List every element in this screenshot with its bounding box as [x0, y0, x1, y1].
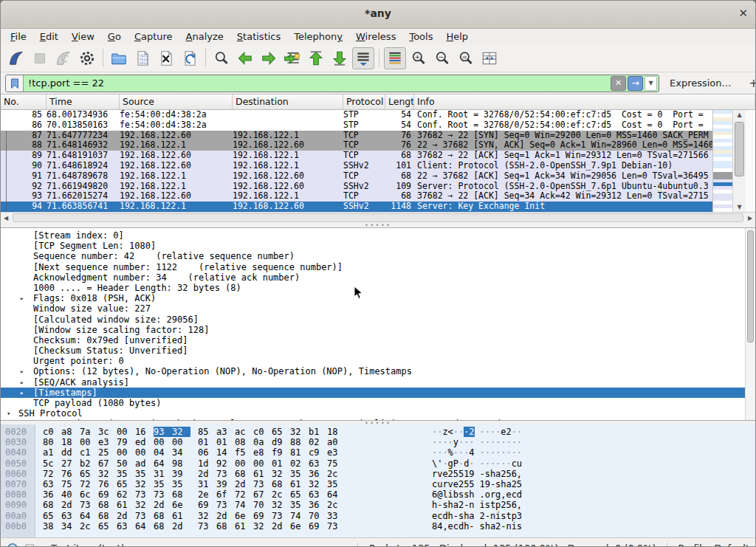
autoscroll-button[interactable]: [352, 47, 374, 69]
zoom-out-button[interactable]: −: [431, 47, 453, 69]
expand-arrow-icon[interactable]: ▸: [20, 419, 24, 421]
detail-line[interactable]: Acknowledgment number: 34 (relative ack …: [1, 272, 755, 283]
scroll-up-icon[interactable]: ▲: [733, 110, 746, 120]
detail-line[interactable]: Urgent pointer: 0: [1, 356, 755, 366]
menu-capture[interactable]: Capture: [128, 30, 179, 43]
zoom-original-button[interactable]: =: [455, 47, 477, 69]
menu-wireless[interactable]: Wireless: [349, 30, 402, 43]
expand-arrow-icon[interactable]: ▸: [20, 293, 24, 303]
go-forward-button[interactable]: [258, 47, 280, 69]
packet-minimap[interactable]: [712, 110, 732, 212]
packet-row[interactable]: 8771.647777234192.168.122.60192.168.122.…: [1, 131, 712, 141]
detail-line[interactable]: Window size value: 227: [1, 303, 755, 314]
go-to-packet-button[interactable]: [281, 47, 303, 69]
packet-row[interactable]: 9471.663856741192.168.122.1192.168.122.6…: [1, 202, 712, 212]
menu-go[interactable]: Go: [101, 30, 128, 43]
expand-arrow-icon[interactable]: ▸: [20, 377, 24, 388]
expand-arrow-icon[interactable]: ▸: [20, 388, 24, 398]
filter-apply-button[interactable]: →: [628, 76, 643, 91]
filter-clear-button[interactable]: ✕: [611, 76, 626, 91]
filter-dropdown-icon[interactable]: ▼: [645, 76, 657, 91]
scroll-left-icon[interactable]: ◀: [1, 215, 11, 221]
detail-line[interactable]: [Window size scaling factor: 128]: [1, 325, 755, 335]
colorize-button[interactable]: [384, 47, 406, 69]
go-back-button[interactable]: [234, 47, 256, 69]
detail-line[interactable]: Sequence number: 42 (relative sequence n…: [1, 251, 755, 261]
detail-line[interactable]: ▾SSH Protocol: [1, 408, 755, 419]
file-close-button[interactable]: [155, 47, 177, 69]
hex-row[interactable]: 006072766532353531392d7368613235362crve2…: [1, 469, 755, 479]
window-close-icon[interactable]: ✕: [738, 7, 748, 20]
display-filter-field[interactable]: !tcp.port == 22 ✕ → ▼: [5, 75, 659, 92]
hex-row[interactable]: 0090682d736861322d6e697374703235362ch-sh…: [1, 500, 755, 510]
detail-line[interactable]: [Stream index: 0]: [1, 230, 755, 241]
detail-line[interactable]: ▸SSH Version 2 (encryption:chacha20-poly…: [1, 419, 755, 421]
detail-line[interactable]: [Checksum Status: Unverified]: [1, 345, 755, 356]
hex-row[interactable]: 00a0656364682d736861322d6e6973747033ecdh…: [1, 511, 755, 521]
hex-row[interactable]: 0070637572766532353531392d7368613235curv…: [1, 479, 755, 489]
detail-line[interactable]: ▸Flags: 0x018 (PSH, ACK): [1, 293, 755, 303]
menu-statistics[interactable]: Statistics: [230, 30, 287, 43]
menu-telephony[interactable]: Telephony: [287, 30, 349, 43]
column-header-info[interactable]: Info: [414, 94, 755, 109]
file-open-button[interactable]: [108, 47, 130, 69]
filter-add-button[interactable]: +: [749, 77, 756, 90]
packet-row[interactable]: 9271.661949820192.168.122.1192.168.122.6…: [1, 182, 712, 192]
detail-line[interactable]: ▸Options: (12 bytes), No-Operation (NOP)…: [1, 366, 755, 376]
packet-row[interactable]: 9371.662015274192.168.122.60192.168.122.…: [1, 191, 712, 202]
column-header-protocol[interactable]: Protocol: [343, 94, 385, 109]
menu-file[interactable]: File: [4, 30, 33, 43]
column-header-source[interactable]: Source: [120, 94, 233, 109]
file-save-button[interactable]: 010101100011: [131, 47, 154, 69]
menu-tools[interactable]: Tools: [402, 30, 439, 43]
expand-arrow-icon[interactable]: ▸: [20, 366, 24, 376]
title-bar[interactable]: *any ✕: [1, 1, 755, 29]
file-reload-button[interactable]: [179, 47, 201, 69]
profile-text[interactable]: Profile: Default: [678, 543, 749, 547]
expert-info-icon[interactable]: [7, 543, 18, 547]
detail-line[interactable]: [TCP Segment Len: 1080]: [1, 241, 755, 251]
hex-row[interactable]: 0020c0a87a3c0016933285a3acc06532b118··z<…: [1, 427, 755, 437]
packet-row[interactable]: 8568.001734936fe:54:00:d4:38:2aSTP54Conf…: [1, 110, 712, 120]
vscroll-handle[interactable]: [735, 122, 744, 176]
packet-row[interactable]: 8971.648191037192.168.122.60192.168.122.…: [1, 151, 712, 161]
packet-list-vscrollbar[interactable]: ▲ ▼: [732, 110, 746, 212]
details-scroll-handle[interactable]: [747, 230, 754, 343]
column-header-destination[interactable]: Destination: [233, 94, 343, 109]
packet-row[interactable]: 9171.648789678192.168.122.1192.168.122.6…: [1, 171, 712, 182]
detail-line[interactable]: TCP payload (1080 bytes): [1, 398, 755, 408]
hex-row[interactable]: 00b038342c656364682d736861322d6e697384,e…: [1, 521, 755, 531]
menu-analyze[interactable]: Analyze: [179, 30, 230, 43]
go-bottom-button[interactable]: [329, 47, 351, 69]
detail-line[interactable]: ▸[SEQ/ACK analysis]: [1, 377, 755, 388]
detail-line[interactable]: [Calculated window size: 29056]: [1, 314, 755, 325]
hex-row[interactable]: 0040a1ddc125000004340614f5e8f981c9e3···%…: [1, 447, 755, 458]
column-header-no[interactable]: No.: [1, 94, 47, 109]
scroll-right-icon[interactable]: ▶: [745, 215, 755, 221]
packet-row[interactable]: 8871.648146932192.168.122.1192.168.122.6…: [1, 140, 712, 151]
hex-row[interactable]: 00505c27b26750ad64981d92000001026375\'·g…: [1, 458, 755, 469]
details-vscrollbar[interactable]: [745, 228, 755, 420]
go-top-button[interactable]: [305, 47, 327, 69]
hex-row[interactable]: 0030801800e379ed00000101080ad98802a0····…: [1, 437, 755, 447]
column-header-length[interactable]: Length: [385, 94, 414, 109]
resize-columns-button[interactable]: [478, 47, 501, 69]
filter-input[interactable]: !tcp.port == 22: [24, 78, 611, 89]
packet-row[interactable]: 9071.648618924192.168.122.60192.168.122.…: [1, 161, 712, 171]
capture-start-button[interactable]: [5, 47, 27, 69]
menu-view[interactable]: View: [65, 30, 101, 43]
column-header-time[interactable]: Time: [47, 94, 120, 109]
expression-button[interactable]: Expression…: [670, 78, 732, 89]
menu-edit[interactable]: Edit: [33, 30, 65, 43]
detail-line[interactable]: Checksum: 0x79ed [unverified]: [1, 335, 755, 345]
capture-options-button[interactable]: [76, 47, 98, 69]
detail-line[interactable]: 1000 .... = Header Length: 32 bytes (8): [1, 283, 755, 293]
detail-line[interactable]: [Next sequence number: 1122 (relative se…: [1, 262, 755, 272]
find-packet-button[interactable]: [210, 47, 233, 69]
menu-help[interactable]: Help: [439, 30, 475, 43]
collapse-arrow-icon[interactable]: ▾: [7, 408, 10, 419]
filter-bookmark-icon[interactable]: [6, 75, 24, 92]
packet-row[interactable]: 8670.013850163fe:54:00:d4:38:2aSTP54Conf…: [1, 120, 712, 131]
capture-comment-icon[interactable]: [24, 543, 36, 547]
zoom-in-button[interactable]: +: [408, 47, 430, 69]
